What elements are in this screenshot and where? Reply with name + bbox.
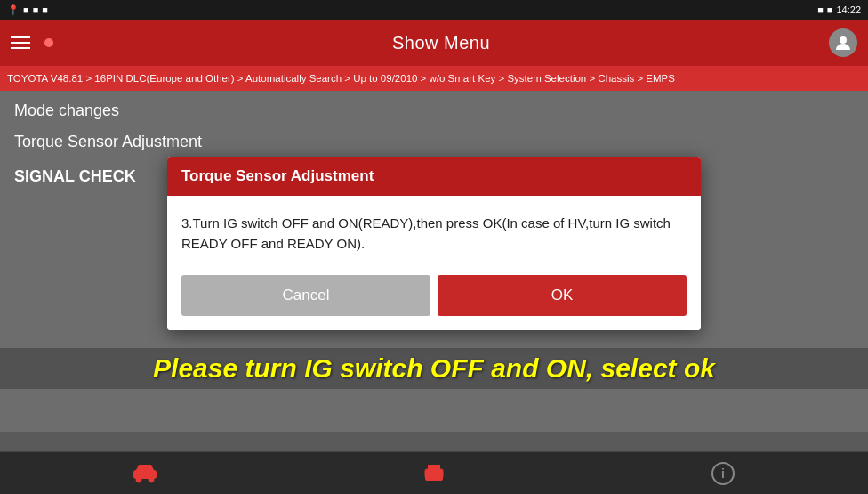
nav-car-button[interactable] — [118, 456, 172, 491]
wifi-indicator: ■ — [23, 4, 29, 15]
dialog-header: Torque Sensor Adjustment — [167, 157, 701, 196]
battery-icon: ■ — [827, 4, 833, 15]
svg-text:i: i — [721, 466, 725, 481]
menu-button[interactable] — [11, 36, 30, 49]
status-bar-left: 📍 ■ ■ ■ — [7, 4, 48, 16]
dialog-buttons: Cancel OK — [181, 275, 687, 316]
dialog-overlay: Torque Sensor Adjustment 3.Turn IG switc… — [0, 91, 868, 432]
signal-icon: ■ — [817, 4, 824, 15]
dialog-title: Torque Sensor Adjustment — [181, 167, 374, 184]
status-dot — [44, 38, 53, 47]
status-bar-right: ■ ■ 14:22 — [817, 4, 861, 15]
dialog-box: Torque Sensor Adjustment 3.Turn IG switc… — [167, 157, 701, 330]
user-icon[interactable] — [829, 28, 857, 57]
settings-icon: ■ — [42, 4, 48, 15]
header-bar: Show Menu — [0, 20, 868, 66]
header-title: Show Menu — [392, 33, 490, 53]
header-left — [11, 36, 53, 49]
bt-icon: ■ — [33, 4, 39, 15]
nav-print-button[interactable] — [407, 456, 461, 491]
time-display: 14:22 — [836, 4, 861, 15]
cancel-button[interactable]: Cancel — [181, 275, 430, 316]
svg-point-3 — [136, 477, 141, 482]
status-bar: 📍 ■ ■ ■ ■ ■ 14:22 — [0, 0, 868, 20]
breadcrumb: TOYOTA V48.81 > 16PIN DLC(Europe and Oth… — [0, 66, 868, 91]
ok-button[interactable]: OK — [438, 275, 687, 316]
map-icon: 📍 — [7, 4, 20, 16]
main-content: Mode changes Torque Sensor Adjustment SI… — [0, 91, 868, 432]
svg-rect-6 — [428, 465, 440, 471]
svg-point-4 — [149, 477, 154, 482]
nav-info-button[interactable]: i — [696, 456, 750, 491]
dialog-message: 3.Turn IG switch OFF and ON(READY),then … — [181, 214, 687, 254]
svg-point-0 — [840, 36, 847, 44]
breadcrumb-text: TOYOTA V48.81 > 16PIN DLC(Europe and Oth… — [7, 73, 675, 84]
dialog-body: 3.Turn IG switch OFF and ON(READY),then … — [167, 196, 701, 330]
svg-marker-2 — [136, 465, 154, 470]
bottom-nav: i — [0, 451, 868, 494]
